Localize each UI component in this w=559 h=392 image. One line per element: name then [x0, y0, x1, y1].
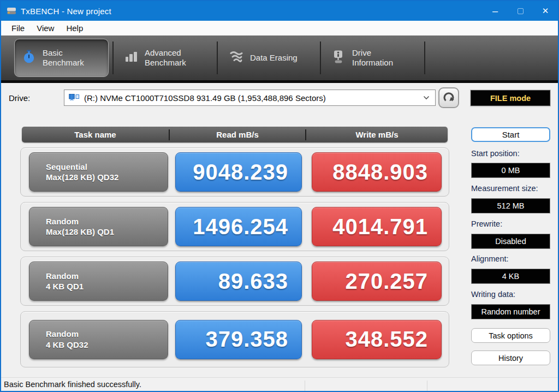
task-line2: 4 KB QD1: [46, 281, 168, 292]
task-name-tile: Sequential Max(128 KB) QD32: [29, 152, 168, 192]
table-row: Random 4 KB QD1 89.633 270.257: [20, 257, 449, 306]
task-line2: Max(128 KB) QD32: [46, 172, 168, 183]
app-window: TxBENCH - New project – ✕ File View Help…: [0, 0, 559, 392]
task-name-tile: Random 4 KB QD1: [29, 262, 168, 301]
bar-chart-icon: [124, 51, 138, 65]
write-value-tile: 8848.903: [312, 152, 442, 192]
tab-label-line: Basic: [43, 48, 63, 57]
alignment-value[interactable]: 4 KB: [471, 269, 550, 284]
file-mode-button[interactable]: FILE mode: [471, 90, 550, 106]
task-name-tile: Random 4 KB QD32: [29, 320, 168, 359]
read-value-tile: 1496.254: [175, 207, 302, 246]
tab-label-line: Information: [352, 58, 393, 67]
tab-separator: [112, 41, 114, 74]
prewrite-label: Prewrite:: [471, 219, 502, 228]
table-row: Sequential Max(128 KB) QD32 9048.239 884…: [20, 147, 449, 197]
col-read: Read mB/s: [170, 130, 305, 139]
menu-help[interactable]: Help: [60, 22, 89, 34]
tab-label-line: Data Erasing: [250, 53, 298, 62]
refresh-icon: [442, 90, 456, 106]
task-line1: Random: [46, 216, 168, 227]
app-icon: [7, 7, 16, 15]
drive-info-icon: [332, 50, 345, 66]
table-header: Task name Read mB/s Write mB/s: [22, 127, 448, 142]
tab-separator: [424, 41, 425, 74]
start-button[interactable]: Start: [471, 127, 550, 142]
drive-label: Drive:: [9, 93, 30, 103]
tab-separator: [320, 41, 321, 74]
start-position-value[interactable]: 0 MB: [471, 163, 550, 178]
refresh-drives-button[interactable]: [438, 87, 459, 108]
col-task-name: Task name: [22, 130, 169, 139]
write-value-tile: 348.552: [312, 320, 442, 359]
window-title: TxBENCH - New project: [21, 7, 111, 16]
drive-selected-value: (R:) NVMe CT1000T710SSD8 931.49 GB (1,95…: [84, 93, 326, 103]
tab-advanced-benchmark[interactable]: AdvancedBenchmark: [117, 39, 214, 77]
history-button[interactable]: History: [471, 351, 550, 365]
drive-icon: [69, 93, 80, 103]
maximize-button[interactable]: [508, 1, 533, 21]
tab-bar: BasicBenchmark AdvancedBenchmark: [1, 35, 558, 83]
task-line1: Random: [46, 329, 168, 340]
write-value-tile: 4014.791: [312, 207, 442, 246]
statusbar-separator: [427, 381, 427, 391]
task-line2: Max(128 KB) QD1: [46, 227, 168, 237]
writing-data-label: Writing data:: [471, 290, 515, 299]
status-message: Basic Benchmark finished successfully.: [4, 380, 141, 389]
read-value-tile: 89.633: [175, 262, 302, 301]
title-bar: TxBENCH - New project – ✕: [1, 1, 558, 21]
task-line1: Random: [46, 271, 168, 282]
alignment-label: Alignment:: [471, 254, 509, 263]
tab-separator: [217, 41, 218, 74]
close-button[interactable]: ✕: [533, 1, 558, 21]
tab-drive-information[interactable]: DriveInformation: [324, 39, 424, 77]
measurement-size-label: Measurement size:: [471, 184, 538, 193]
tab-label-line: Drive: [352, 48, 371, 57]
stopwatch-icon: [22, 50, 35, 66]
data-erasing-icon: [229, 51, 243, 65]
write-value-tile: 270.257: [312, 262, 442, 301]
read-value-tile: 379.358: [175, 320, 302, 359]
task-line1: Sequential: [46, 162, 168, 173]
chevron-down-icon: [423, 96, 430, 100]
tab-label-line: Benchmark: [145, 58, 186, 67]
maximize-icon: [518, 8, 524, 14]
menu-file[interactable]: File: [5, 22, 31, 34]
tab-label-line: Advanced: [145, 48, 181, 57]
status-bar: Basic Benchmark finished successfully.: [1, 377, 558, 391]
table-row: Random 4 KB QD32 379.358 348.552: [20, 311, 449, 367]
tab-label-line: Benchmark: [43, 58, 84, 67]
minimize-button[interactable]: –: [483, 1, 508, 21]
drive-select[interactable]: (R:) NVMe CT1000T710SSD8 931.49 GB (1,95…: [64, 90, 436, 106]
statusbar-separator: [305, 381, 305, 391]
prewrite-value[interactable]: Disabled: [471, 234, 550, 249]
start-position-label: Start position:: [471, 149, 520, 158]
menu-bar: File View Help: [1, 21, 558, 35]
task-name-tile: Random Max(128 KB) QD1: [29, 207, 168, 246]
read-value-tile: 9048.239: [175, 152, 302, 192]
writing-data-value[interactable]: Random number: [471, 304, 550, 319]
menu-view[interactable]: View: [31, 22, 60, 34]
table-row: Random Max(128 KB) QD1 1496.254 4014.791: [20, 202, 449, 251]
measurement-size-value[interactable]: 512 MB: [471, 198, 550, 213]
col-write: Write mB/s: [306, 130, 448, 139]
task-line2: 4 KB QD32: [46, 340, 168, 351]
tab-basic-benchmark[interactable]: BasicBenchmark: [14, 39, 109, 77]
task-options-button[interactable]: Task options: [471, 328, 550, 343]
tab-data-erasing[interactable]: Data Erasing: [221, 39, 316, 77]
